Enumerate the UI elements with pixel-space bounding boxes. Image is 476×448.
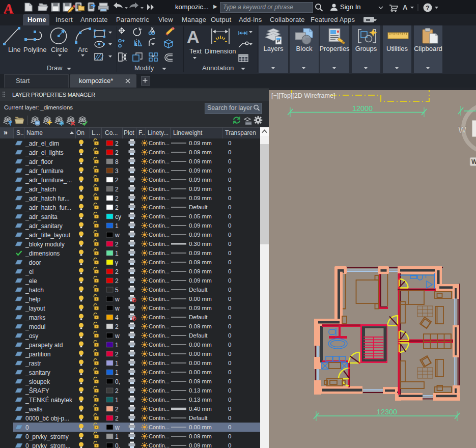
- svg-text:W: W: [458, 125, 467, 135]
- svg-text:?: ?: [426, 5, 430, 12]
- svg-text:W: W: [471, 158, 476, 165]
- svg-text:12300: 12300: [377, 408, 397, 416]
- svg-text:A: A: [403, 4, 408, 11]
- svg-text:[−][Top][2D Wireframe]: [−][Top][2D Wireframe]: [271, 92, 335, 99]
- svg-text:12000: 12000: [352, 104, 373, 113]
